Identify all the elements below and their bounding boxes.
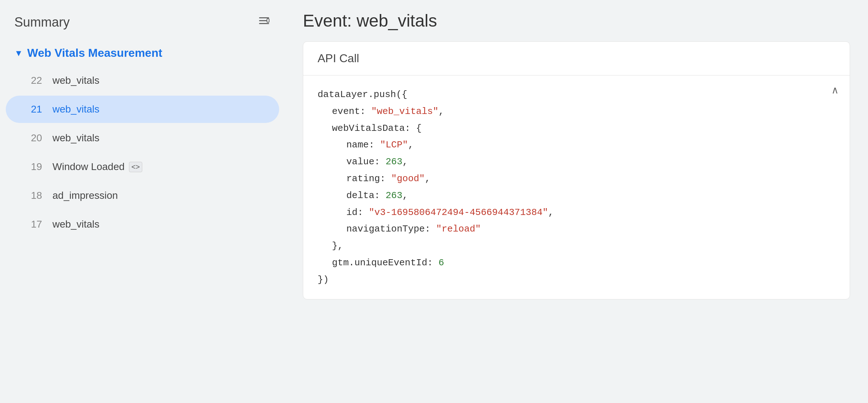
event-name: web_vitals <box>52 219 100 230</box>
code-line-1: dataLayer.push({ <box>318 86 835 103</box>
event-item-18[interactable]: 18 ad_impression <box>6 182 279 209</box>
svg-rect-2 <box>259 23 269 24</box>
code-line-4: name: "LCP", <box>346 137 835 154</box>
code-line-6: rating: "good", <box>346 170 835 187</box>
event-num: 18 <box>31 190 52 201</box>
code-line-8: id: "v3-1695806472494-4566944371384", <box>346 204 835 221</box>
code-line-2: event: "web_vitals", <box>332 103 835 120</box>
sidebar-header: Summary <box>0 11 285 41</box>
code-line-10: }, <box>332 238 835 255</box>
event-num: 19 <box>31 161 52 173</box>
code-line-3: webVitalsData: { <box>332 120 835 137</box>
code-badge: <> <box>129 162 142 172</box>
main-content: Event: web_vitals API Call ∧ dataLayer.p… <box>285 0 868 403</box>
group-header[interactable]: ▼ Web Vitals Measurement <box>0 41 285 65</box>
event-item-20[interactable]: 20 web_vitals <box>6 124 279 152</box>
event-name: web_vitals <box>52 132 100 144</box>
svg-rect-0 <box>259 17 269 18</box>
group-label: Web Vitals Measurement <box>27 46 162 60</box>
sidebar: Summary ▼ Web Vitals Measurement 22 web_… <box>0 0 285 403</box>
event-name: web_vitals <box>52 75 100 86</box>
event-name: web_vitals <box>52 104 100 115</box>
event-item-22[interactable]: 22 web_vitals <box>6 67 279 94</box>
event-num: 20 <box>31 132 52 144</box>
collapse-button[interactable]: ∧ <box>831 84 839 96</box>
code-line-7: delta: 263, <box>346 187 835 204</box>
event-name: Window Loaded <box>52 161 125 173</box>
svg-rect-1 <box>259 20 267 21</box>
svg-rect-3 <box>267 19 269 22</box>
code-line-11: gtm.uniqueEventId: 6 <box>332 255 835 271</box>
event-item-21[interactable]: 21 web_vitals <box>6 96 279 123</box>
code-line-9: navigationType: "reload" <box>346 221 835 238</box>
filter-icon[interactable] <box>258 14 271 30</box>
code-line-5: value: 263, <box>346 154 835 170</box>
event-item-19[interactable]: 19 Window Loaded <> <box>6 153 279 180</box>
event-name: ad_impression <box>52 190 118 201</box>
event-item-17[interactable]: 17 web_vitals <box>6 211 279 238</box>
event-num: 22 <box>31 75 52 86</box>
event-title: Event: web_vitals <box>303 11 850 31</box>
chevron-icon: ▼ <box>14 48 23 58</box>
code-line-12: }) <box>318 271 835 288</box>
api-call-card: API Call ∧ dataLayer.push({ event: "web_… <box>303 41 850 299</box>
code-block: dataLayer.push({ event: "web_vitals", we… <box>318 86 835 288</box>
sidebar-title: Summary <box>14 15 70 30</box>
event-num: 21 <box>31 104 52 115</box>
card-header: API Call <box>303 42 850 75</box>
event-num: 17 <box>31 219 52 230</box>
card-body: ∧ dataLayer.push({ event: "web_vitals", … <box>303 75 850 299</box>
